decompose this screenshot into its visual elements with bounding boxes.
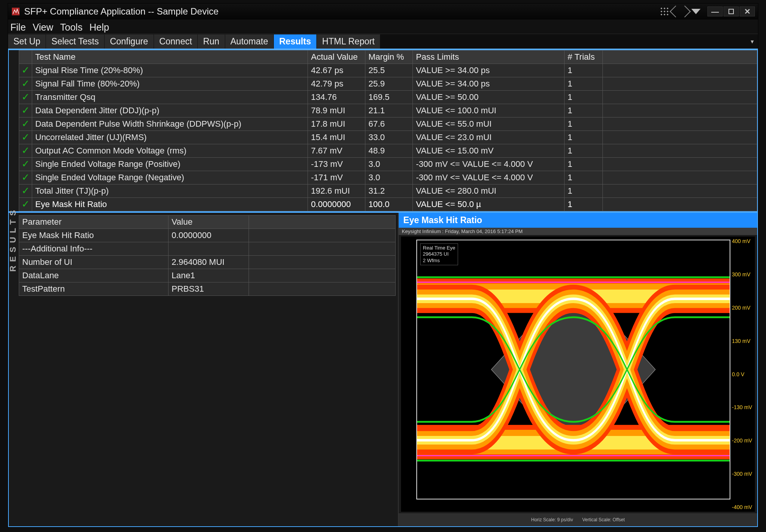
param-col-extra[interactable] <box>249 215 396 229</box>
param-extra-cell <box>249 242 396 256</box>
results-row[interactable]: ✓Signal Fall Time (80%-20%)42.79 ps25.9V… <box>19 77 757 91</box>
menu-help[interactable]: Help <box>89 22 109 33</box>
parameter-header-row[interactable]: Parameter Value <box>19 215 396 229</box>
eye-footer: Horiz Scale: 9 ps/div Vertical Scale: Of… <box>399 513 757 526</box>
tab-html-report[interactable]: HTML Report <box>317 34 380 49</box>
results-row[interactable]: ✓Output AC Common Mode Voltage (rms)7.67… <box>19 144 757 158</box>
col-header-test-name[interactable]: Test Name <box>32 51 308 64</box>
results-row[interactable]: ✓Data Dependent Jitter (DDJ)(p-p)78.9 mU… <box>19 104 757 117</box>
results-row[interactable]: ✓Transmitter Qsq134.76169.5VALUE >= 50.0… <box>19 91 757 104</box>
tab-results[interactable]: Results <box>274 34 317 49</box>
parameter-row[interactable]: TestPatternPRBS31 <box>19 282 396 296</box>
tab-overflow-icon[interactable]: ▾ <box>746 34 758 49</box>
col-header-status[interactable] <box>19 51 32 64</box>
tab-configure[interactable]: Configure <box>105 34 154 49</box>
param-name-cell: DataLane <box>19 269 169 282</box>
parameter-row[interactable]: DataLaneLane1 <box>19 269 396 282</box>
test-name-cell: Data Dependent Pulse Width Shrinkage (DD… <box>32 117 308 131</box>
main-tabs: Set Up Select Tests Configure Connect Ru… <box>8 34 758 49</box>
results-table-panel: Test Name Actual Value Margin % Pass Lim… <box>9 50 757 213</box>
results-row[interactable]: ✓Signal Rise Time (20%-80%)42.67 ps25.5V… <box>19 64 757 77</box>
expand-icon[interactable] <box>671 7 689 16</box>
pass-status-cell: ✓ <box>19 91 32 104</box>
col-header-margin[interactable]: Margin % <box>365 51 413 64</box>
eye-footer-horiz: Horiz Scale: 9 ps/div <box>531 517 573 522</box>
extra-cell <box>603 91 757 104</box>
results-row[interactable]: ✓Eye Mask Hit Ratio0.0000000100.0VALUE <… <box>19 198 757 211</box>
actual-value-cell: 42.79 ps <box>308 77 365 91</box>
lower-panel: Parameter Value Eye Mask Hit Ratio0.0000… <box>9 213 757 526</box>
extra-cell <box>603 117 757 131</box>
parameter-table[interactable]: Parameter Value Eye Mask Hit Ratio0.0000… <box>19 215 396 296</box>
tab-setup[interactable]: Set Up <box>8 34 46 49</box>
margin-cell: 48.9 <box>365 144 413 158</box>
pass-limits-cell: VALUE <= 23.0 mUI <box>413 131 565 144</box>
test-name-cell: Single Ended Voltage Range (Positive) <box>32 158 308 171</box>
results-table[interactable]: Test Name Actual Value Margin % Pass Lim… <box>19 50 757 211</box>
pass-status-cell: ✓ <box>19 198 32 211</box>
pass-limits-cell: -300 mV <= VALUE <= 4.000 V <box>413 171 565 184</box>
actual-value-cell: 78.9 mUI <box>308 104 365 117</box>
tab-run[interactable]: Run <box>198 34 225 49</box>
menu-view[interactable]: View <box>33 22 53 33</box>
parameter-row[interactable]: Number of UI2.964080 MUI <box>19 256 396 269</box>
results-row[interactable]: ✓Single Ended Voltage Range (Positive)-1… <box>19 158 757 171</box>
titlebar: SFP+ Compliance Application -- Sample De… <box>8 3 758 20</box>
checkmark-icon: ✓ <box>21 131 30 143</box>
chevron-down-icon[interactable] <box>691 9 701 14</box>
parameter-row[interactable]: ---Additional Info--- <box>19 242 396 256</box>
pass-limits-cell: VALUE <= 55.0 mUI <box>413 117 565 131</box>
results-header-row[interactable]: Test Name Actual Value Margin % Pass Lim… <box>19 51 757 64</box>
results-row[interactable]: ✓Total Jitter (TJ)(p-p)192.6 mUI31.2VALU… <box>19 184 757 198</box>
pass-status-cell: ✓ <box>19 117 32 131</box>
close-button[interactable]: ✕ <box>740 7 755 16</box>
margin-cell: 21.1 <box>365 104 413 117</box>
param-col-value[interactable]: Value <box>169 215 249 229</box>
checkmark-icon: ✓ <box>21 171 30 183</box>
pass-status-cell: ✓ <box>19 144 32 158</box>
y-tick: 0.0 V <box>732 371 754 377</box>
col-header-trials[interactable]: # Trials <box>565 51 603 64</box>
actual-value-cell: 7.67 mV <box>308 144 365 158</box>
menu-file[interactable]: File <box>10 22 26 33</box>
param-extra-cell <box>249 269 396 282</box>
actual-value-cell: 15.4 mUI <box>308 131 365 144</box>
tab-select-tests[interactable]: Select Tests <box>46 34 105 49</box>
checkmark-icon: ✓ <box>21 104 30 116</box>
col-header-pass-limits[interactable]: Pass Limits <box>413 51 565 64</box>
actual-value-cell: 42.67 ps <box>308 64 365 77</box>
param-extra-cell <box>249 229 396 242</box>
content-area: RESULTS Test Name Actual Value Margin % … <box>8 49 758 527</box>
pass-limits-cell: VALUE >= 34.00 ps <box>413 64 565 77</box>
maximize-button[interactable] <box>723 7 739 16</box>
results-side-label: RESULTS <box>8 203 19 275</box>
pass-status-cell: ✓ <box>19 184 32 198</box>
tab-automate[interactable]: Automate <box>225 34 274 49</box>
eye-diagram[interactable]: Real Time Eye 2964375 UI 2 Wfms 400 mV 3… <box>401 237 755 512</box>
pass-status-cell: ✓ <box>19 64 32 77</box>
checkmark-icon: ✓ <box>21 145 30 156</box>
tab-connect[interactable]: Connect <box>154 34 198 49</box>
results-row[interactable]: ✓Uncorrelated Jitter (UJ)(RMS)15.4 mUI33… <box>19 131 757 144</box>
extra-cell <box>603 184 757 198</box>
parameter-row[interactable]: Eye Mask Hit Ratio0.0000000 <box>19 229 396 242</box>
actual-value-cell: 0.0000000 <box>308 198 365 211</box>
test-name-cell: Signal Rise Time (20%-80%) <box>32 64 308 77</box>
minimize-button[interactable]: — <box>707 7 723 16</box>
results-row[interactable]: ✓Single Ended Voltage Range (Negative)-1… <box>19 171 757 184</box>
eye-legend: Real Time Eye 2964375 UI 2 Wfms <box>420 243 458 265</box>
col-header-extra[interactable] <box>603 51 757 64</box>
y-tick: 200 mV <box>732 305 754 311</box>
menu-tools[interactable]: Tools <box>60 22 82 33</box>
pass-limits-cell: VALUE <= 50.0 µ <box>413 198 565 211</box>
checkmark-icon: ✓ <box>21 64 30 76</box>
dots-grid-icon[interactable] <box>660 7 669 16</box>
param-col-name[interactable]: Parameter <box>19 215 169 229</box>
results-row[interactable]: ✓Data Dependent Pulse Width Shrinkage (D… <box>19 117 757 131</box>
test-name-cell: Output AC Common Mode Voltage (rms) <box>32 144 308 158</box>
pass-limits-cell: VALUE <= 15.00 mV <box>413 144 565 158</box>
param-value-cell: 2.964080 MUI <box>169 256 249 269</box>
col-header-actual[interactable]: Actual Value <box>308 51 365 64</box>
param-value-cell: Lane1 <box>169 269 249 282</box>
pass-limits-cell: VALUE <= 280.0 mUI <box>413 184 565 198</box>
